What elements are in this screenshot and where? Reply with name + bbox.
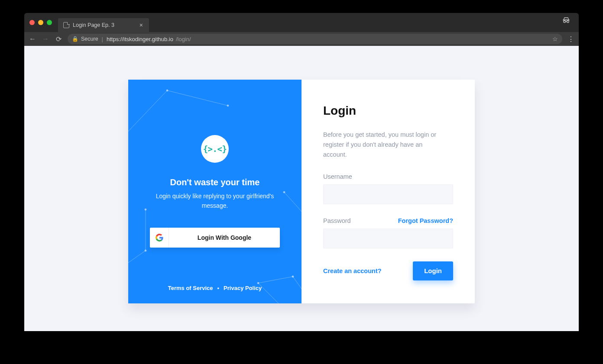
promo-subtext: Login quickly like replying to your girl… bbox=[150, 192, 280, 210]
nav-reload-button[interactable]: ⟳ bbox=[55, 35, 62, 43]
page-viewport: {>.<} Don't waste your time Login quickl… bbox=[24, 46, 579, 331]
window-close-button[interactable] bbox=[29, 20, 35, 25]
login-intro: Before you get started, you must login o… bbox=[323, 130, 444, 160]
login-heading: Login bbox=[323, 104, 453, 118]
svg-point-0 bbox=[564, 21, 566, 23]
svg-point-1 bbox=[567, 21, 569, 23]
forgot-password-link[interactable]: Forgot Password? bbox=[398, 217, 453, 224]
privacy-link[interactable]: Privacy Policy bbox=[224, 285, 262, 291]
footer-separator: • bbox=[217, 285, 220, 291]
password-label: Password bbox=[323, 217, 351, 224]
browser-address-bar: ← → ⟳ 🔒 Secure | https://itskodinger.git… bbox=[24, 32, 579, 46]
browser-window: Login Page Ep. 3 × ← → ⟳ 🔒 Secure | http… bbox=[24, 13, 579, 331]
browser-menu-button[interactable]: ⋮ bbox=[567, 35, 574, 43]
url-path: /login/ bbox=[176, 36, 191, 42]
username-input[interactable] bbox=[323, 184, 453, 204]
page-icon bbox=[63, 22, 69, 28]
terms-link[interactable]: Terms of Service bbox=[168, 285, 213, 291]
tab-title: Login Page Ep. 3 bbox=[73, 22, 114, 28]
lock-icon: 🔒 bbox=[72, 36, 78, 42]
login-form-panel: Login Before you get started, you must l… bbox=[302, 80, 475, 303]
svg-line-9 bbox=[284, 192, 302, 214]
svg-line-17 bbox=[258, 277, 293, 283]
incognito-icon bbox=[562, 17, 570, 25]
svg-line-6 bbox=[167, 90, 228, 106]
login-card: {>.<} Don't waste your time Login quickl… bbox=[128, 80, 475, 303]
promo-heading: Don't waste your time bbox=[170, 177, 259, 187]
secure-label: Secure bbox=[81, 36, 98, 42]
brand-logo-text: {>.<} bbox=[203, 144, 227, 154]
google-login-label: Login With Google bbox=[169, 234, 280, 241]
create-account-link[interactable]: Create an account? bbox=[323, 267, 382, 274]
svg-point-10 bbox=[283, 191, 285, 193]
google-login-button[interactable]: Login With Google bbox=[150, 228, 280, 248]
window-maximize-button[interactable] bbox=[47, 20, 52, 25]
password-field-group: Password Forgot Password? bbox=[323, 217, 453, 248]
nav-forward-button[interactable]: → bbox=[42, 35, 49, 43]
window-minimize-button[interactable] bbox=[38, 20, 43, 25]
url-host: https://itskodinger.github.io bbox=[107, 36, 173, 42]
svg-point-7 bbox=[227, 105, 229, 106]
nav-back-button[interactable]: ← bbox=[29, 35, 36, 43]
svg-line-19 bbox=[293, 277, 302, 292]
svg-line-14 bbox=[128, 251, 146, 266]
username-field-group: Username bbox=[323, 173, 453, 204]
username-label: Username bbox=[323, 173, 453, 180]
browser-titlebar: Login Page Ep. 3 × bbox=[24, 13, 579, 32]
promo-panel: {>.<} Don't waste your time Login quickl… bbox=[128, 80, 302, 303]
browser-tab[interactable]: Login Page Ep. 3 × bbox=[58, 18, 149, 32]
svg-point-12 bbox=[145, 209, 146, 210]
login-button[interactable]: Login bbox=[413, 261, 453, 280]
tab-close-button[interactable]: × bbox=[138, 22, 145, 29]
password-input[interactable] bbox=[323, 229, 453, 248]
url-field[interactable]: 🔒 Secure | https://itskodinger.github.io… bbox=[68, 34, 562, 44]
brand-logo: {>.<} bbox=[201, 135, 229, 163]
footer-links: Terms of Service • Privacy Policy bbox=[168, 285, 262, 291]
google-icon bbox=[150, 228, 169, 248]
bookmark-star-icon[interactable]: ☆ bbox=[552, 35, 558, 42]
svg-line-4 bbox=[128, 90, 167, 136]
